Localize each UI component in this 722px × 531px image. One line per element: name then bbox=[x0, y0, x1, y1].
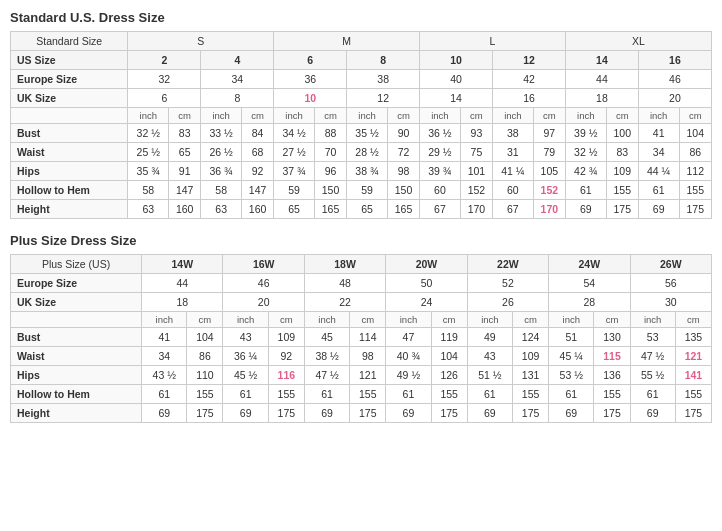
plus-bust-val: 51 bbox=[549, 328, 594, 347]
hollow-val: 58 bbox=[201, 181, 242, 200]
unit-label: inch bbox=[638, 108, 679, 124]
uk-size-val: 12 bbox=[347, 89, 420, 108]
plus-hips-label: Hips bbox=[11, 366, 142, 385]
plus-hips-val: 53 ½ bbox=[549, 366, 594, 385]
plus-unit-label: inch bbox=[630, 312, 675, 328]
plus-unit-label: cm bbox=[675, 312, 711, 328]
plus-hollow-val: 155 bbox=[350, 385, 386, 404]
hips-label: Hips bbox=[11, 162, 128, 181]
unit-label: cm bbox=[387, 108, 419, 124]
uk-size-val: 14 bbox=[420, 89, 493, 108]
plus-hips-val: 43 ½ bbox=[142, 366, 187, 385]
plus-unit-label: inch bbox=[304, 312, 349, 328]
hips-val: 41 ¼ bbox=[493, 162, 534, 181]
plus-waist-val: 34 bbox=[142, 347, 187, 366]
bust-val: 90 bbox=[387, 124, 419, 143]
plus-unit-label: inch bbox=[386, 312, 431, 328]
standard-size-label: Standard Size bbox=[11, 32, 128, 51]
plus-unit-label: cm bbox=[513, 312, 549, 328]
waist-val: 25 ½ bbox=[128, 143, 169, 162]
plus-height-val: 175 bbox=[187, 404, 223, 423]
plus-hollow-val: 61 bbox=[630, 385, 675, 404]
plus-hips-val: 51 ½ bbox=[467, 366, 512, 385]
hips-val: 35 ¾ bbox=[128, 162, 169, 181]
plus-hollow-val: 61 bbox=[142, 385, 187, 404]
plus-height-val: 69 bbox=[630, 404, 675, 423]
bust-val: 104 bbox=[679, 124, 711, 143]
plus-hips-val: 141 bbox=[675, 366, 711, 385]
hollow-val: 60 bbox=[420, 181, 461, 200]
us-size-6: 6 bbox=[274, 51, 347, 70]
uk-size-label: UK Size bbox=[11, 89, 128, 108]
plus-height-val: 175 bbox=[594, 404, 630, 423]
bust-label: Bust bbox=[11, 124, 128, 143]
plus-bust-val: 45 bbox=[304, 328, 349, 347]
europe-size-val: 36 bbox=[274, 70, 347, 89]
height-val: 67 bbox=[420, 200, 461, 219]
hips-val: 38 ¾ bbox=[347, 162, 388, 181]
plus-europe-val: 46 bbox=[223, 274, 304, 293]
plus-bust-val: 41 bbox=[142, 328, 187, 347]
size-xl: XL bbox=[565, 32, 711, 51]
plus-height-val: 175 bbox=[513, 404, 549, 423]
plus-uk-val: 30 bbox=[630, 293, 712, 312]
plus-bust-val: 119 bbox=[431, 328, 467, 347]
uk-size-val: 16 bbox=[493, 89, 566, 108]
height-val: 170 bbox=[460, 200, 492, 219]
unit-label: cm bbox=[533, 108, 565, 124]
plus-unit-label: cm bbox=[268, 312, 304, 328]
plus-hips-val: 116 bbox=[268, 366, 304, 385]
plus-bust-val: 104 bbox=[187, 328, 223, 347]
height-val: 65 bbox=[347, 200, 388, 219]
plus-bust-val: 43 bbox=[223, 328, 268, 347]
bust-val: 32 ½ bbox=[128, 124, 169, 143]
plus-hollow-val: 155 bbox=[513, 385, 549, 404]
plus-europe-val: 50 bbox=[386, 274, 467, 293]
waist-val: 79 bbox=[533, 143, 565, 162]
plus-hollow-val: 155 bbox=[675, 385, 711, 404]
unit-label: cm bbox=[679, 108, 711, 124]
size-l: L bbox=[420, 32, 566, 51]
plus-unit-label: inch bbox=[549, 312, 594, 328]
height-val: 170 bbox=[533, 200, 565, 219]
unit-label: inch bbox=[420, 108, 461, 124]
height-val: 165 bbox=[387, 200, 419, 219]
waist-val: 86 bbox=[679, 143, 711, 162]
plus-hollow-val: 61 bbox=[304, 385, 349, 404]
waist-val: 26 ½ bbox=[201, 143, 242, 162]
plus-europe-val: 54 bbox=[549, 274, 630, 293]
hollow-val: 59 bbox=[347, 181, 388, 200]
plus-waist-val: 115 bbox=[594, 347, 630, 366]
hollow-val: 58 bbox=[128, 181, 169, 200]
hips-val: 37 ¾ bbox=[274, 162, 315, 181]
plus-unit-label: cm bbox=[187, 312, 223, 328]
us-size-label: US Size bbox=[11, 51, 128, 70]
bust-val: 41 bbox=[638, 124, 679, 143]
plus-hips-val: 45 ½ bbox=[223, 366, 268, 385]
hips-val: 42 ¾ bbox=[565, 162, 606, 181]
plus-bust-label: Bust bbox=[11, 328, 142, 347]
europe-size-val: 46 bbox=[638, 70, 711, 89]
unit-label: inch bbox=[347, 108, 388, 124]
uk-size-val: 10 bbox=[274, 89, 347, 108]
plus-europe-val: 44 bbox=[142, 274, 223, 293]
bust-val: 100 bbox=[606, 124, 638, 143]
plus-hollow-val: 61 bbox=[467, 385, 512, 404]
unit-label: inch bbox=[201, 108, 242, 124]
plus-waist-val: 92 bbox=[268, 347, 304, 366]
hips-val: 36 ¾ bbox=[201, 162, 242, 181]
plus-hollow-val: 155 bbox=[431, 385, 467, 404]
hips-val: 44 ¼ bbox=[638, 162, 679, 181]
plus-bust-val: 53 bbox=[630, 328, 675, 347]
hips-val: 105 bbox=[533, 162, 565, 181]
europe-size-val: 34 bbox=[201, 70, 274, 89]
plus-height-val: 175 bbox=[675, 404, 711, 423]
size-s: S bbox=[128, 32, 274, 51]
height-val: 175 bbox=[606, 200, 638, 219]
plus-bust-val: 135 bbox=[675, 328, 711, 347]
plus-hollow-val: 155 bbox=[268, 385, 304, 404]
bust-val: 35 ½ bbox=[347, 124, 388, 143]
unit-label: cm bbox=[460, 108, 492, 124]
plus-waist-val: 109 bbox=[513, 347, 549, 366]
plus-size-val: 16W bbox=[223, 255, 304, 274]
